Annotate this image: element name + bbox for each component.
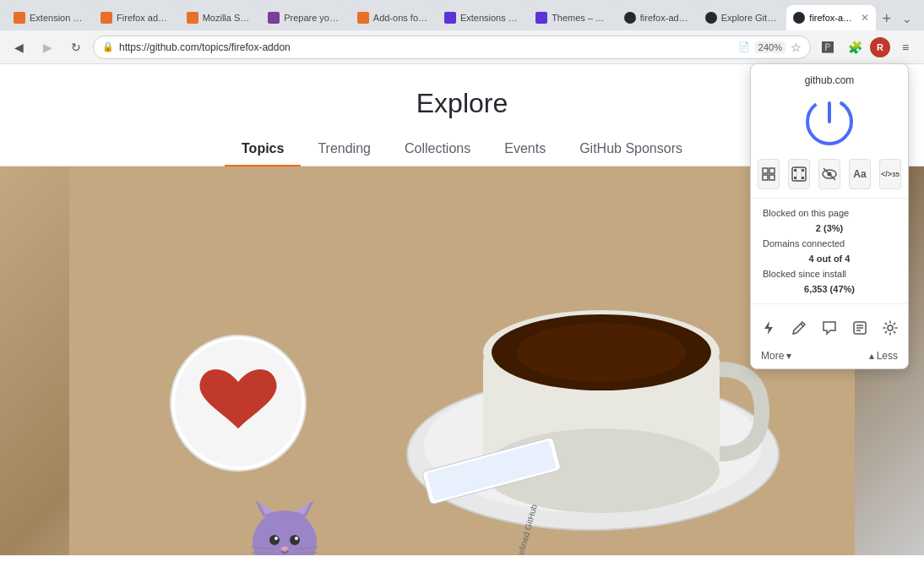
svg-point-22 — [295, 537, 298, 540]
nav-collections[interactable]: Collections — [388, 133, 487, 166]
code-tool[interactable]: </>35 — [879, 159, 901, 189]
star-icon[interactable]: ☆ — [791, 41, 802, 54]
chevron-up-icon: ▴ — [869, 350, 874, 362]
address-text: https://github.com/topics/firefox-addon — [119, 41, 733, 53]
tab-7[interactable]: Themes – Add-… — [529, 5, 617, 30]
domains-connected-value: 4 out of 4 — [809, 254, 851, 264]
page-elements-tool[interactable] — [758, 159, 780, 189]
toolbar-right: 🅿 🧩 R ≡ — [816, 35, 917, 59]
hero-svg: Pure Refined GitHub — [69, 166, 855, 555]
nav-topics[interactable]: Topics — [225, 133, 301, 166]
extensions-button[interactable]: 🧩 — [843, 35, 867, 59]
lock-icon: 🔒 — [102, 41, 114, 52]
blocked-on-page-label: Blocked on this page — [763, 208, 849, 218]
film-strip-tool[interactable] — [788, 159, 810, 189]
zoom-level: 240% — [755, 41, 785, 53]
svg-point-8 — [517, 323, 686, 382]
menu-button[interactable]: ≡ — [894, 35, 917, 59]
pocket-button[interactable]: 🅿 — [816, 35, 840, 59]
blocked-on-page-value-row: 2 (3%) — [763, 221, 896, 236]
blocked-since-install-row: Blocked since install — [763, 266, 896, 281]
popup-domain: github.com — [751, 74, 908, 95]
blocked-on-page-row: Blocked on this page — [763, 205, 896, 221]
address-bar[interactable]: 🔒 https://github.com/topics/firefox-addo… — [93, 35, 811, 59]
reader-icon: 📄 — [738, 41, 750, 52]
popup-stats: Blocked on this page 2 (3%) Domains conn… — [751, 199, 908, 304]
text-size-tool[interactable]: Aa — [849, 159, 871, 189]
back-button[interactable]: ◀ — [7, 35, 30, 59]
lightning-action[interactable] — [758, 313, 780, 343]
chat-action[interactable] — [818, 313, 840, 343]
tab-1[interactable]: Extension Basi… — [7, 5, 93, 30]
list-action[interactable] — [849, 313, 871, 343]
domains-connected-label: Domains connected — [763, 238, 845, 248]
svg-marker-44 — [764, 321, 773, 335]
tab-close-icon[interactable]: ✕ — [861, 12, 869, 24]
extension-popup: github.com Aa </>35 Blocked on this page… — [750, 63, 909, 369]
browser-chrome: Extension Basi… Firefox add-on… Mozilla … — [0, 0, 924, 64]
tab-9[interactable]: Explore GitHub… — [698, 5, 786, 30]
nav-trending[interactable]: Trending — [301, 133, 388, 166]
svg-point-20 — [290, 535, 300, 545]
svg-line-45 — [801, 324, 803, 326]
chevron-down-icon: ▾ — [786, 350, 791, 362]
avatar-button[interactable]: R — [870, 37, 890, 57]
more-button[interactable]: More ▾ — [761, 350, 791, 362]
svg-point-21 — [274, 537, 278, 540]
svg-rect-31 — [763, 168, 768, 173]
popup-footer: More ▾ ▴ Less — [751, 347, 908, 362]
svg-rect-32 — [769, 168, 775, 173]
tab-2[interactable]: Firefox add-on… — [94, 5, 179, 30]
gear-action[interactable] — [879, 313, 901, 343]
tab-5[interactable]: Add-ons for Fir… — [351, 5, 437, 30]
nav-events[interactable]: Events — [487, 133, 563, 166]
domains-connected-row: Domains connected — [763, 236, 896, 251]
popup-tools-row: Aa </>35 — [751, 159, 908, 199]
svg-point-23 — [281, 547, 288, 551]
tab-6[interactable]: Extensions – Ad… — [438, 5, 528, 30]
svg-point-50 — [888, 325, 893, 330]
nav-bar: ◀ ▶ ↻ 🔒 https://github.com/topics/firefo… — [0, 30, 924, 64]
reload-button[interactable]: ↻ — [64, 35, 88, 59]
tab-10[interactable]: firefox-addo… ✕ — [786, 5, 876, 30]
tab-overflow-button[interactable]: ⌄ — [898, 7, 917, 30]
svg-rect-40 — [796, 167, 802, 181]
popup-icon-row — [751, 95, 908, 149]
tab-3[interactable]: Mozilla Support — [180, 5, 260, 30]
less-button[interactable]: ▴ Less — [869, 350, 898, 362]
power-icon[interactable] — [802, 95, 856, 149]
tab-8[interactable]: firefox-addon… — [617, 5, 698, 30]
nav-github-sponsors[interactable]: GitHub Sponsors — [563, 133, 699, 166]
svg-rect-34 — [769, 175, 775, 180]
svg-point-19 — [269, 535, 280, 545]
svg-rect-33 — [763, 175, 768, 180]
blocked-since-install-value: 6,353 (47%) — [804, 284, 855, 294]
domains-connected-value-row: 4 out of 4 — [763, 251, 896, 266]
blocked-since-install-value-row: 6,353 (47%) — [763, 281, 896, 297]
tab-4[interactable]: Prepare your Fi… — [261, 5, 350, 30]
popup-actions-row — [751, 304, 908, 347]
blocked-on-page-value: 2 (3%) — [816, 223, 843, 233]
pen-action[interactable] — [788, 313, 810, 343]
eye-tool[interactable] — [818, 159, 840, 189]
tab-bar: Extension Basi… Firefox add-on… Mozilla … — [0, 0, 924, 30]
new-tab-button[interactable]: + — [877, 7, 896, 30]
blocked-since-install-label: Blocked since install — [763, 269, 846, 279]
forward-button[interactable]: ▶ — [35, 35, 59, 59]
